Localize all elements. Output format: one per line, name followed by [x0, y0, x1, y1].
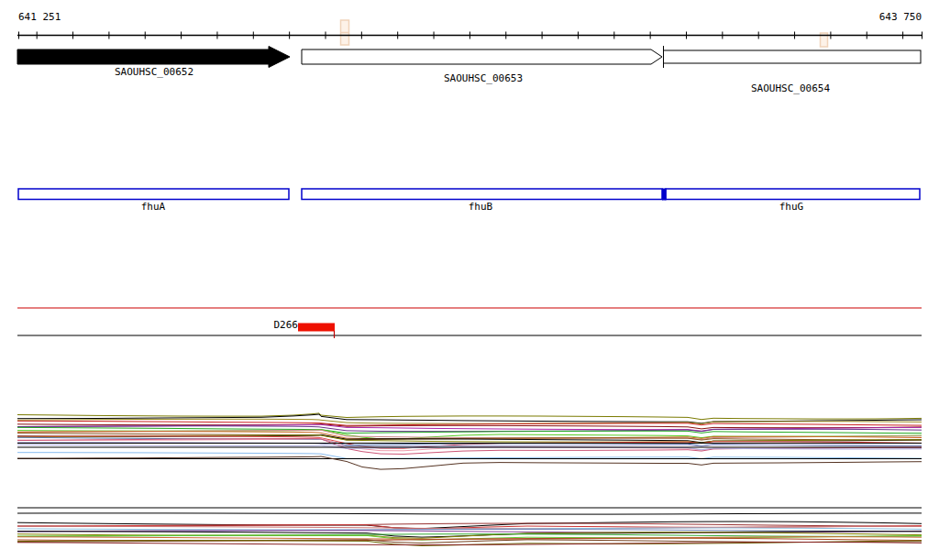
feature-box[interactable] — [666, 189, 920, 200]
gene-label-saouhsc-00654: SAOUHSC_00654 — [751, 83, 830, 93]
gene-box-open[interactable] — [664, 50, 922, 63]
insertion-marker-bar[interactable] — [298, 324, 335, 332]
genome-browser-window: 641 251 643 750 SAOUHSC_00652 SAOUHSC_00… — [0, 0, 939, 560]
plot1-coverage-line — [17, 413, 922, 420]
feature-label-fhuA: fhuA — [141, 202, 166, 212]
sequence-ruler[interactable] — [17, 32, 922, 39]
plot2-coverage-line — [17, 543, 922, 545]
gene-label-saouhsc-00652: SAOUHSC_00652 — [115, 67, 193, 77]
feature-tick — [662, 189, 667, 201]
gene-arrow-open[interactable] — [302, 49, 662, 64]
ruler-start-coordinate: 641 251 — [18, 12, 61, 22]
insertion-marker-label: D266 — [274, 320, 299, 330]
feature-box[interactable] — [18, 189, 289, 200]
feature-label-fhuG: fhuG — [779, 202, 804, 212]
feature-box[interactable] — [302, 189, 662, 200]
ruler-end-coordinate: 643 750 — [879, 12, 922, 22]
gene-arrow-filled[interactable] — [17, 47, 290, 68]
feature-label-fhuB: fhuB — [469, 202, 493, 212]
gene-label-saouhsc-00653: SAOUHSC_00653 — [444, 73, 523, 83]
plot2-coverage-line — [17, 513, 922, 514]
